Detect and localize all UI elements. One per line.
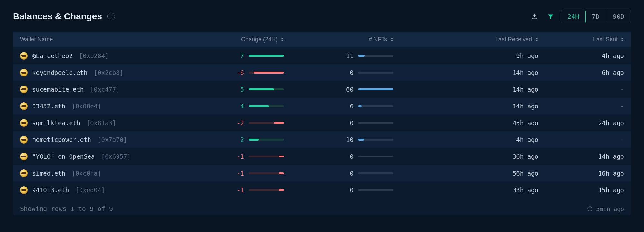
col-header-sent[interactable]: Last Sent	[538, 36, 624, 43]
change-bar	[249, 122, 284, 124]
sort-icon	[390, 38, 393, 41]
wallet-avatar-icon	[20, 102, 28, 110]
last-sent: -	[538, 86, 624, 93]
nft-count: 60	[341, 86, 354, 93]
change-bar	[249, 139, 284, 141]
nft-count: 0	[341, 153, 354, 160]
wallet-name: "YOLO" on OpenSea	[32, 153, 95, 160]
last-received: 14h ago	[432, 103, 538, 110]
change-bar	[249, 88, 284, 90]
change-value: 5	[231, 86, 244, 93]
last-sent: 15h ago	[538, 187, 624, 194]
nft-bar	[358, 139, 393, 141]
last-sent: -	[538, 103, 624, 110]
table-row[interactable]: memeticpower.eth [0x7a70]2104h ago-	[13, 131, 631, 148]
panel-header: Balances & Changes i 24H7D90D	[13, 10, 631, 23]
nft-bar	[358, 72, 393, 74]
wallet-hash: [0xc0fa]	[72, 170, 101, 177]
table-row[interactable]: keyandpeele.eth [0x2cb8]-6014h ago6h ago	[13, 64, 631, 81]
change-value: -1	[231, 187, 244, 194]
table-row[interactable]: 03452.eth [0x00e4]4614h ago-	[13, 98, 631, 115]
col-header-received[interactable]: Last Received	[432, 36, 538, 43]
wallet-avatar-icon	[20, 186, 28, 194]
nft-count: 0	[341, 69, 354, 76]
table-row[interactable]: "YOLO" on OpenSea [0x6957]-1036h ago14h …	[13, 148, 631, 165]
timeframe-7d[interactable]: 7D	[585, 10, 606, 23]
last-sent: 16h ago	[538, 170, 624, 177]
filter-icon	[547, 13, 554, 20]
change-value: -1	[231, 153, 244, 160]
wallet-avatar-icon	[20, 52, 28, 60]
wallet-avatar-icon	[20, 119, 28, 127]
last-sent: 4h ago	[538, 52, 624, 59]
wallet-name: @Lancetheo2	[32, 52, 73, 59]
nft-bar	[358, 55, 393, 57]
change-bar	[249, 172, 284, 174]
wallet-name: 941013.eth	[32, 187, 69, 194]
last-sent: -	[538, 136, 624, 143]
nft-bar	[358, 105, 393, 107]
refresh-icon	[587, 206, 593, 212]
last-sent: 14h ago	[538, 153, 624, 160]
table-row[interactable]: sgmilktea.eth [0x81a3]-2045h ago24h ago	[13, 115, 631, 131]
col-header-nfts[interactable]: # NFTs	[323, 36, 432, 43]
wallet-avatar-icon	[20, 136, 28, 144]
timeframe-24h[interactable]: 24H	[561, 10, 586, 23]
col-header-change[interactable]: Change (24H)	[200, 36, 323, 43]
nft-count: 11	[341, 52, 354, 59]
panel-title: Balances & Changes	[13, 11, 102, 22]
change-bar	[249, 189, 284, 191]
table-row[interactable]: sucemabite.eth [0xc477]56014h ago-	[13, 81, 631, 98]
wallet-avatar-icon	[20, 69, 28, 76]
download-icon	[531, 13, 538, 20]
nft-count: 0	[341, 119, 354, 126]
change-bar	[249, 105, 284, 107]
wallet-name: sgmilktea.eth	[32, 119, 80, 126]
sort-icon	[535, 38, 538, 41]
last-received: 4h ago	[432, 136, 538, 143]
wallet-hash: [0xc477]	[90, 86, 120, 93]
wallet-hash: [0x6957]	[101, 153, 131, 160]
sort-icon	[281, 38, 284, 41]
wallet-hash: [0x00e4]	[72, 103, 101, 110]
change-bar	[249, 156, 284, 157]
nft-bar	[358, 122, 393, 124]
wallet-hash: [0xed04]	[75, 187, 105, 194]
nft-bar	[358, 189, 393, 191]
last-sent: 24h ago	[538, 119, 624, 126]
table-row[interactable]: simed.eth [0xc0fa]-1056h ago16h ago	[13, 165, 631, 182]
nft-count: 0	[341, 170, 354, 177]
change-bar	[249, 55, 284, 57]
wallet-avatar-icon	[20, 169, 28, 177]
last-sent: 6h ago	[538, 69, 624, 76]
last-received: 45h ago	[432, 119, 538, 126]
col-header-wallet[interactable]: Wallet Name	[20, 36, 200, 43]
table-row[interactable]: @Lancetheo2 [0xb284]7119h ago4h ago	[13, 47, 631, 64]
wallet-hash: [0x7a70]	[98, 136, 127, 143]
change-value: -6	[231, 69, 244, 76]
wallet-hash: [0xb284]	[79, 52, 109, 59]
wallet-name: sucemabite.eth	[32, 86, 84, 93]
last-received: 33h ago	[432, 187, 538, 194]
nft-bar	[358, 88, 393, 90]
change-value: 4	[231, 103, 244, 110]
download-button[interactable]	[529, 11, 540, 22]
wallet-hash: [0x2cb8]	[94, 69, 124, 76]
info-icon[interactable]: i	[107, 13, 115, 20]
last-received: 9h ago	[432, 52, 538, 59]
nft-bar	[358, 172, 393, 174]
change-value: 7	[231, 52, 244, 59]
table-footer: Showing rows 1 to 9 of 9 5min ago	[13, 198, 631, 215]
change-value: -2	[231, 119, 244, 126]
table-header-row: Wallet Name Change (24H) # NFTs Last Rec…	[13, 32, 631, 47]
table-row[interactable]: 941013.eth [0xed04]-1033h ago15h ago	[13, 182, 631, 198]
filter-button[interactable]	[545, 11, 556, 22]
last-received: 56h ago	[432, 170, 538, 177]
last-received: 14h ago	[432, 86, 538, 93]
nft-count: 0	[341, 187, 354, 194]
wallet-hash: [0x81a3]	[87, 119, 116, 126]
wallet-avatar-icon	[20, 86, 28, 93]
nft-count: 6	[341, 103, 354, 110]
timeframe-segmented: 24H7D90D	[561, 10, 631, 23]
timeframe-90d[interactable]: 90D	[606, 10, 631, 23]
